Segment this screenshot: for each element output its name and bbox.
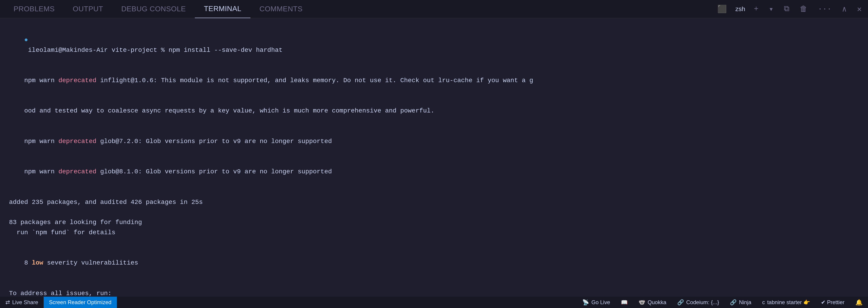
status-bar: ⇄ Live Share Screen Reader Optimized 📡 G… bbox=[0, 297, 868, 308]
tab-terminal[interactable]: TERMINAL bbox=[195, 0, 250, 18]
codeium-button[interactable]: 🔗 Codeium: {...} bbox=[672, 297, 724, 308]
codeium-label: Codeium: {...} bbox=[686, 299, 719, 306]
live-share-button[interactable]: ⇄ Live Share bbox=[0, 297, 43, 308]
add-terminal-button[interactable]: + bbox=[752, 4, 760, 14]
live-share-icon: ⇄ bbox=[5, 299, 10, 306]
terminal-line-1: ● ileolami@Makindes-Air vite-project % n… bbox=[9, 25, 859, 65]
terminal-line-blank-1 bbox=[9, 187, 859, 197]
wiki-button[interactable]: 📖 bbox=[616, 297, 633, 308]
terminal-output[interactable]: ● ileolami@Makindes-Air vite-project % n… bbox=[0, 18, 868, 297]
terminal-line-warn-1b: ood and tested way to coalesce async req… bbox=[9, 96, 859, 126]
tabnine-label: tabnine starter 👉 bbox=[767, 299, 810, 306]
split-terminal-button[interactable]: ⧉ bbox=[782, 4, 791, 14]
terminal-line-warn-1: npm warn deprecated inflight@1.0.6: This… bbox=[9, 65, 859, 96]
shell-label: zsh bbox=[735, 5, 745, 13]
dropdown-icon[interactable]: ▾ bbox=[767, 3, 775, 15]
terminal-icon: ⬛ bbox=[715, 3, 728, 15]
prompt-dot-1: ● bbox=[24, 36, 28, 44]
terminal-line-funding: 83 packages are looking for funding bbox=[9, 218, 859, 228]
go-live-label: Go Live bbox=[591, 299, 610, 306]
go-live-button[interactable]: 📡 Go Live bbox=[577, 297, 616, 308]
terminal-line-funding-2: run `npm fund` for details bbox=[9, 228, 859, 238]
tabnine-icon: c bbox=[762, 299, 765, 306]
terminal-line-address: To address all issues, run: bbox=[9, 288, 859, 297]
tab-problems[interactable]: PROBLEMS bbox=[4, 0, 64, 18]
terminal-line-blank-4 bbox=[9, 278, 859, 288]
quokka-button[interactable]: 🐨 Quokka bbox=[633, 297, 672, 308]
bell-icon: 🔔 bbox=[855, 299, 863, 306]
ninja-icon: 🔗 bbox=[730, 299, 737, 306]
terminal-line-vuln: 8 low severity vulnerabilities bbox=[9, 248, 859, 278]
wiki-icon: 📖 bbox=[621, 299, 628, 306]
delete-terminal-button[interactable]: 🗑 bbox=[798, 3, 809, 15]
terminal-line-added: added 235 packages, and audited 426 pack… bbox=[9, 197, 859, 207]
quokka-icon: 🐨 bbox=[639, 299, 645, 306]
ninja-button[interactable]: 🔗 Ninja bbox=[724, 297, 757, 308]
screen-reader-label: Screen Reader Optimized bbox=[49, 299, 112, 306]
terminal-line-blank-2 bbox=[9, 207, 859, 218]
prettier-label: ✔ Prettier bbox=[821, 299, 844, 306]
collapse-up-button[interactable]: ∧ bbox=[840, 3, 848, 15]
quokka-label: Quokka bbox=[648, 299, 666, 306]
codeium-icon: 🔗 bbox=[677, 299, 684, 306]
tab-comments[interactable]: COMMENTS bbox=[250, 0, 312, 18]
more-actions-button[interactable]: ··· bbox=[816, 4, 833, 14]
bell-button[interactable]: 🔔 bbox=[850, 297, 868, 308]
close-panel-button[interactable]: ✕ bbox=[855, 3, 864, 15]
tab-bar: PROBLEMS OUTPUT DEBUG CONSOLE TERMINAL C… bbox=[0, 0, 868, 18]
prettier-button[interactable]: ✔ Prettier bbox=[815, 297, 850, 308]
terminal-line-warn-2: npm warn deprecated glob@7.2.0: Glob ver… bbox=[9, 126, 859, 157]
ninja-label: Ninja bbox=[739, 299, 751, 306]
tab-right-controls: ⬛ zsh + ▾ ⧉ 🗑 ··· ∧ ✕ bbox=[715, 3, 864, 15]
terminal-line-warn-3: npm warn deprecated glob@8.1.0: Glob ver… bbox=[9, 157, 859, 187]
go-live-icon: 📡 bbox=[582, 299, 589, 306]
tab-output[interactable]: OUTPUT bbox=[64, 0, 112, 18]
live-share-label: Live Share bbox=[12, 299, 38, 306]
screen-reader-button[interactable]: Screen Reader Optimized bbox=[43, 297, 117, 308]
tabnine-button[interactable]: c tabnine starter 👉 bbox=[757, 297, 815, 308]
terminal-line-blank-3 bbox=[9, 238, 859, 248]
prompt-text-1: ileolami@Makindes-Air vite-project % npm… bbox=[24, 47, 283, 54]
tab-debug-console[interactable]: DEBUG CONSOLE bbox=[112, 0, 195, 18]
